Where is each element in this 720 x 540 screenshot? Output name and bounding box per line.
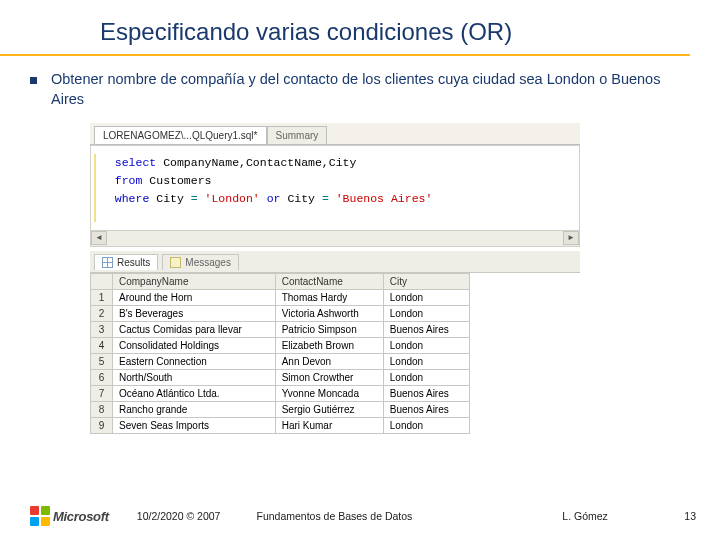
row-header[interactable]: 6 — [91, 370, 113, 386]
footer-author: L. Gómez — [562, 510, 608, 522]
tab-summary[interactable]: Summary — [267, 126, 328, 144]
grid-corner — [91, 274, 113, 290]
cell[interactable]: London — [383, 354, 469, 370]
table-row[interactable]: 3Cactus Comidas para llevarPatricio Simp… — [91, 322, 470, 338]
tab-results[interactable]: Results — [94, 254, 158, 270]
cell[interactable]: Cactus Comidas para llevar — [113, 322, 276, 338]
bullet-item: Obtener nombre de compañía y del contact… — [30, 70, 680, 109]
slide-title: Especificando varias condiciones (OR) — [0, 0, 690, 56]
col-companyname[interactable]: CompanyName — [113, 274, 276, 290]
editor-tabbar: LORENAGOMEZ\...QLQuery1.sql* Summary — [90, 123, 580, 145]
cell[interactable]: Around the Horn — [113, 290, 276, 306]
windows-flag-icon — [30, 506, 50, 526]
slide-footer: Microsoft 10/2/2020 © 2007 Fundamentos d… — [0, 506, 720, 526]
row-header[interactable]: 4 — [91, 338, 113, 354]
cell[interactable]: Patricio Simpson — [275, 322, 383, 338]
cell[interactable]: Buenos Aires — [383, 322, 469, 338]
cell[interactable]: London — [383, 370, 469, 386]
cell[interactable]: London — [383, 290, 469, 306]
cell[interactable]: B's Beverages — [113, 306, 276, 322]
screenshot-region: LORENAGOMEZ\...QLQuery1.sql* Summary sel… — [90, 123, 580, 434]
table-row[interactable]: 8Rancho grandeSergio GutiérrezBuenos Air… — [91, 402, 470, 418]
gutter-highlight — [94, 154, 96, 222]
cell[interactable]: North/South — [113, 370, 276, 386]
table-row[interactable]: 2B's BeveragesVictoria AshworthLondon — [91, 306, 470, 322]
row-header[interactable]: 3 — [91, 322, 113, 338]
table-row[interactable]: 4Consolidated HoldingsElizabeth BrownLon… — [91, 338, 470, 354]
cell[interactable]: Buenos Aires — [383, 386, 469, 402]
messages-icon — [170, 257, 181, 268]
cell[interactable]: Thomas Hardy — [275, 290, 383, 306]
tab-results-label: Results — [117, 257, 150, 268]
cell[interactable]: Victoria Ashworth — [275, 306, 383, 322]
table-row[interactable]: 6North/SouthSimon CrowtherLondon — [91, 370, 470, 386]
tab-messages[interactable]: Messages — [162, 254, 239, 270]
cell[interactable]: Yvonne Moncada — [275, 386, 383, 402]
cell[interactable]: Océano Atlántico Ltda. — [113, 386, 276, 402]
table-row[interactable]: 5Eastern ConnectionAnn DevonLondon — [91, 354, 470, 370]
cell[interactable]: Elizabeth Brown — [275, 338, 383, 354]
cell[interactable]: Buenos Aires — [383, 402, 469, 418]
grid-header-row: CompanyName ContactName City — [91, 274, 470, 290]
tab-messages-label: Messages — [185, 257, 231, 268]
tab-query-file[interactable]: LORENAGOMEZ\...QLQuery1.sql* — [94, 126, 267, 144]
cell[interactable]: Ann Devon — [275, 354, 383, 370]
cell[interactable]: London — [383, 306, 469, 322]
bullet-text: Obtener nombre de compañía y del contact… — [51, 70, 680, 109]
table-row[interactable]: 7Océano Atlántico Ltda.Yvonne MoncadaBue… — [91, 386, 470, 402]
results-grid[interactable]: CompanyName ContactName City 1Around the… — [90, 273, 470, 434]
scroll-right-icon[interactable]: ► — [563, 231, 579, 245]
row-header[interactable]: 2 — [91, 306, 113, 322]
cell[interactable]: Seven Seas Imports — [113, 418, 276, 434]
row-header[interactable]: 1 — [91, 290, 113, 306]
footer-course: Fundamentos de Bases de Datos — [256, 510, 412, 522]
sql-editor[interactable]: select CompanyName,ContactName,City from… — [90, 145, 580, 231]
grid-icon — [102, 257, 113, 268]
cell[interactable]: Sergio Gutiérrez — [275, 402, 383, 418]
row-header[interactable]: 8 — [91, 402, 113, 418]
table-row[interactable]: 9Seven Seas ImportsHari KumarLondon — [91, 418, 470, 434]
cell[interactable]: London — [383, 418, 469, 434]
cell[interactable]: Eastern Connection — [113, 354, 276, 370]
sql-line-3: where City = 'London' or City = 'Buenos … — [101, 190, 573, 208]
scroll-left-icon[interactable]: ◄ — [91, 231, 107, 245]
col-city[interactable]: City — [383, 274, 469, 290]
editor-scrollbar[interactable]: ◄ ► — [90, 231, 580, 247]
table-row[interactable]: 1Around the HornThomas HardyLondon — [91, 290, 470, 306]
sql-line-1: select CompanyName,ContactName,City — [101, 154, 573, 172]
cell[interactable]: Consolidated Holdings — [113, 338, 276, 354]
footer-page: 13 — [684, 510, 696, 522]
microsoft-logo: Microsoft — [30, 506, 109, 526]
row-header[interactable]: 5 — [91, 354, 113, 370]
results-tabbar: Results Messages — [90, 251, 580, 273]
cell[interactable]: London — [383, 338, 469, 354]
bullet-marker — [30, 77, 37, 84]
col-contactname[interactable]: ContactName — [275, 274, 383, 290]
brand-text: Microsoft — [53, 509, 109, 524]
sql-line-2: from Customers — [101, 172, 573, 190]
cell[interactable]: Hari Kumar — [275, 418, 383, 434]
row-header[interactable]: 7 — [91, 386, 113, 402]
footer-date: 10/2/2020 © 2007 — [137, 510, 221, 522]
row-header[interactable]: 9 — [91, 418, 113, 434]
cell[interactable]: Simon Crowther — [275, 370, 383, 386]
cell[interactable]: Rancho grande — [113, 402, 276, 418]
